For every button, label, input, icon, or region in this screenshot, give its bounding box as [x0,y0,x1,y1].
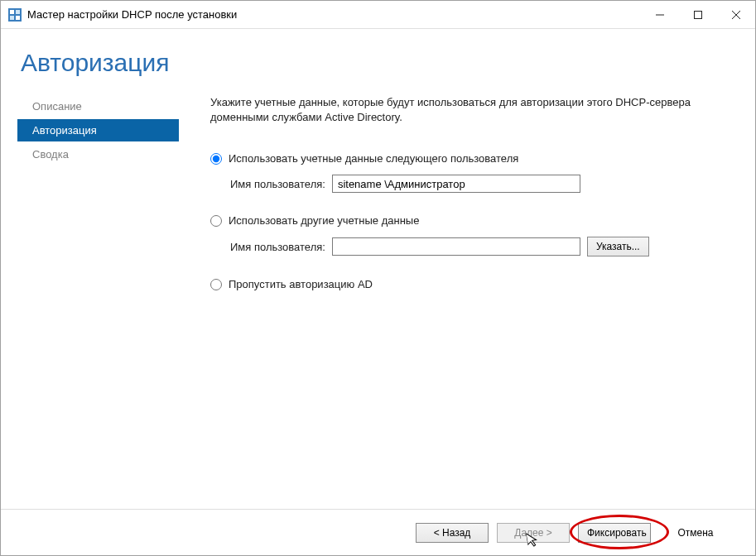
app-icon [7,7,22,22]
wizard-steps: Описание Авторизация Сводка [1,85,179,509]
svg-rect-2 [16,10,20,14]
intro-text: Укажите учетные данные, которые будут ис… [210,95,730,124]
commit-button[interactable]: Фиксировать [578,523,651,543]
wizard-footer: < Назад Далее > Фиксировать Отмена [1,509,755,555]
username-label-1: Имя пользователя: [230,178,325,190]
close-button[interactable] [717,1,755,28]
svg-rect-1 [10,10,14,14]
body: Описание Авторизация Сводка Укажите учет… [1,85,755,509]
step-description[interactable]: Описание [17,95,179,117]
window-title: Мастер настройки DHCP после установки [27,8,641,21]
svg-rect-3 [10,16,14,20]
maximize-button[interactable] [679,1,717,28]
minimize-button[interactable] [641,1,679,28]
username-label-2: Имя пользователя: [230,241,325,253]
option-use-current-credentials: Использовать учетные данные следующего п… [210,152,730,193]
step-authorization[interactable]: Авторизация [17,119,179,141]
step-summary[interactable]: Сводка [17,143,179,165]
cancel-button[interactable]: Отмена [659,523,732,543]
label-use-other[interactable]: Использовать другие учетные данные [229,214,419,227]
back-button[interactable]: < Назад [416,523,489,543]
radio-use-other[interactable] [210,215,222,227]
titlebar: Мастер настройки DHCP после установки [1,1,755,29]
svg-rect-6 [695,11,702,18]
label-skip-ad[interactable]: Пропустить авторизацию AD [229,278,373,290]
radio-use-current[interactable] [210,153,222,165]
next-button[interactable]: Далее > [497,523,570,543]
browse-credentials-button[interactable]: Указать... [587,237,649,256]
option-use-other-credentials: Использовать другие учетные данные Имя п… [210,214,730,256]
window-controls [641,1,755,28]
page-title: Авторизация [21,49,735,77]
username-field-current [332,175,580,193]
page-header: Авторизация [1,29,755,85]
wizard-window: Мастер настройки DHCP после установки Ав… [0,0,756,556]
option-skip-ad-auth: Пропустить авторизацию AD [210,278,730,290]
label-use-current[interactable]: Использовать учетные данные следующего п… [229,152,518,165]
content-area: Укажите учетные данные, которые будут ис… [179,85,739,509]
radio-skip-ad[interactable] [210,279,222,290]
username-field-other[interactable] [332,237,580,256]
svg-rect-4 [16,16,20,20]
